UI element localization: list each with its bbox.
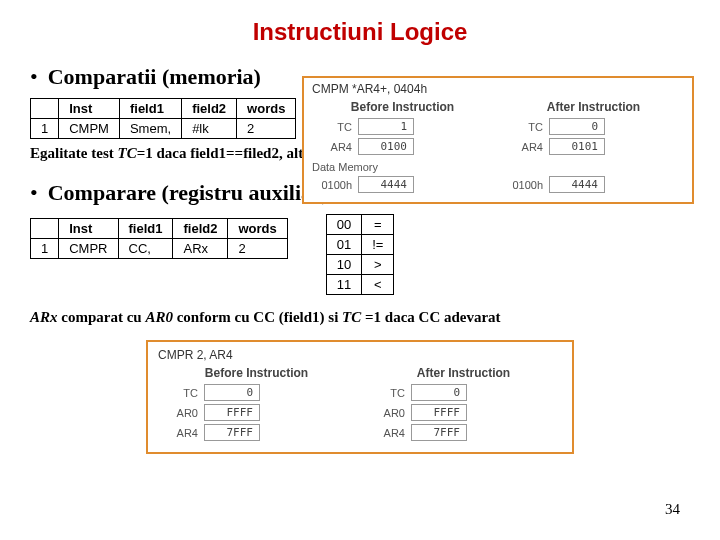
cell-f1: Smem, [119, 119, 181, 139]
cell-f2: ARx [173, 239, 228, 259]
lbl-addr: 0100h [503, 179, 549, 191]
bullet-dot-icon: • [30, 180, 38, 205]
val: 7FFF [411, 424, 467, 441]
lbl-addr: 0100h [312, 179, 358, 191]
val: 0 [549, 118, 605, 135]
cell-idx: 1 [31, 119, 59, 139]
slide: Instructiuni Logice •Comparatii (memoria… [0, 0, 720, 540]
val: 1 [358, 118, 414, 135]
cc-op: < [362, 275, 394, 295]
th-field2: field2 [173, 219, 228, 239]
lbl-ar4: AR4 [158, 427, 204, 439]
th-field1: field1 [118, 219, 173, 239]
panel-cmd: CMPR 2, AR4 [158, 348, 562, 362]
table-row: 00= [326, 215, 394, 235]
cc-op: != [362, 235, 394, 255]
lbl-ar0: AR0 [158, 407, 204, 419]
bullet-dot-icon: • [30, 64, 38, 89]
cell-inst: CMPM [59, 119, 120, 139]
page-number: 34 [665, 501, 680, 518]
cell-inst: CMPR [59, 239, 118, 259]
slide-title: Instructiuni Logice [24, 18, 696, 46]
val: 0 [204, 384, 260, 401]
val: 7FFF [204, 424, 260, 441]
table-cmpm: Inst field1 field2 words 1 CMPM Smem, #l… [30, 98, 296, 139]
val: 4444 [549, 176, 605, 193]
lbl-ar0: AR0 [365, 407, 411, 419]
cell-w: 2 [228, 239, 287, 259]
lbl-tc: TC [503, 121, 549, 133]
th-words: words [237, 99, 296, 119]
th-field1: field1 [119, 99, 181, 119]
cell-f1: CC, [118, 239, 173, 259]
note-arx: ARx comparat cu AR0 conform cu CC (field… [30, 309, 696, 326]
cc-code: 00 [326, 215, 361, 235]
lbl-tc: TC [365, 387, 411, 399]
val: 0 [411, 384, 467, 401]
cc-op: > [362, 255, 394, 275]
panel-cmd: CMPM *AR4+, 0404h [312, 82, 684, 96]
table-header-row: Inst field1 field2 words [31, 219, 288, 239]
col-after: After Instruction TC0 AR0FFFF AR47FFF [365, 366, 562, 444]
lbl-ar4: AR4 [365, 427, 411, 439]
lbl-tc: TC [158, 387, 204, 399]
panel-cmpm-example: CMPM *AR4+, 0404h Before Instruction TC1… [302, 76, 694, 204]
val: FFFF [411, 404, 467, 421]
table-cc-codes: 00= 01!= 10> 11< [326, 214, 395, 295]
cc-code: 10 [326, 255, 361, 275]
lbl-ar4: AR4 [312, 141, 358, 153]
th-field2: field2 [182, 99, 237, 119]
bullet-text: Comparatii (memoria) [48, 64, 261, 89]
col-before-hdr: Before Instruction [158, 366, 355, 380]
col-before: Before Instruction TC0 AR0FFFF AR47FFF [158, 366, 355, 444]
lbl-tc: TC [312, 121, 358, 133]
table-row: 1 CMPM Smem, #lk 2 [31, 119, 296, 139]
table-row: 1 CMPR CC, ARx 2 [31, 239, 288, 259]
cell-f2: #lk [182, 119, 237, 139]
th-words: words [228, 219, 287, 239]
cell-w: 2 [237, 119, 296, 139]
mem-label: Data Memory [312, 161, 493, 173]
cc-op: = [362, 215, 394, 235]
table-row: 10> [326, 255, 394, 275]
th-inst: Inst [59, 219, 118, 239]
cc-code: 11 [326, 275, 361, 295]
col-after-hdr: After Instruction [503, 100, 684, 114]
col-after-hdr: After Instruction [365, 366, 562, 380]
th-inst: Inst [59, 99, 120, 119]
val: 0100 [358, 138, 414, 155]
table-row: 01!= [326, 235, 394, 255]
cell-idx: 1 [31, 239, 59, 259]
bullet-text: Comparare (registru auxiliar) [48, 180, 329, 205]
lbl-ar4: AR4 [503, 141, 549, 153]
val: 4444 [358, 176, 414, 193]
col-before: Before Instruction TC1 AR40100 Data Memo… [312, 100, 493, 196]
cc-code: 01 [326, 235, 361, 255]
table-header-row: Inst field1 field2 words [31, 99, 296, 119]
panel-cmpr-example: CMPR 2, AR4 Before Instruction TC0 AR0FF… [146, 340, 574, 454]
val: 0101 [549, 138, 605, 155]
col-after: After Instruction TC0 AR40101 x 0100h444… [503, 100, 684, 196]
table-cmpr: Inst field1 field2 words 1 CMPR CC, ARx … [30, 218, 288, 259]
table-row: 11< [326, 275, 394, 295]
val: FFFF [204, 404, 260, 421]
col-before-hdr: Before Instruction [312, 100, 493, 114]
